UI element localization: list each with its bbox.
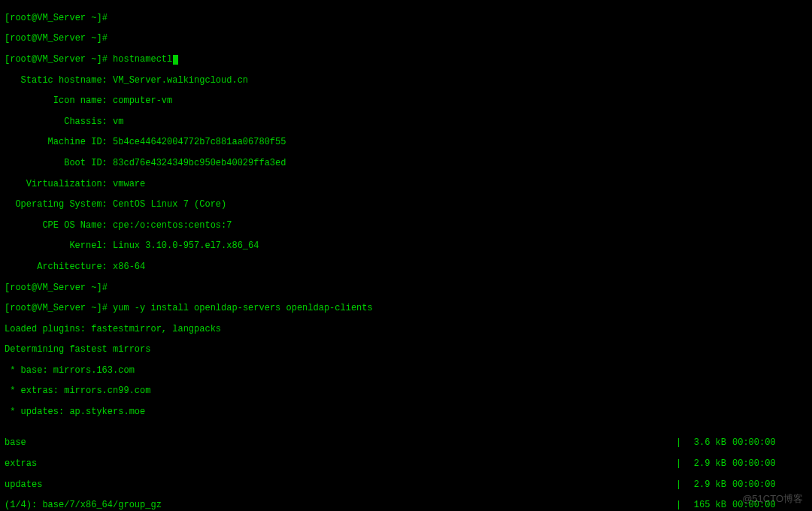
hostnamectl-output: Architecture: x86-64 [5, 262, 807, 273]
download-row: (1/4): base/7/x86_64/group_gz|165 kB00:0… [5, 500, 804, 511]
prompt-line-empty2: [root@VM_Server ~]# [5, 34, 807, 44]
download-row: updates|2.9 kB00:00:00 [5, 480, 804, 491]
hostnamectl-output: Kernel: Linux 3.10.0-957.el7.x86_64 [5, 241, 807, 252]
download-row: extras|2.9 kB00:00:00 [5, 459, 804, 470]
prompt-line-hostnamectl: [root@VM_Server ~]# hostnamectl [5, 55, 807, 65]
hostnamectl-output: Chassis: vm [5, 117, 807, 128]
yum-output: * updates: ap.stykers.moe [5, 407, 807, 418]
hostnamectl-output: Machine ID: 5b4ce44642004772b7c881aa0678… [5, 138, 807, 148]
hostnamectl-output: Operating System: CentOS Linux 7 (Core) [5, 200, 807, 210]
yum-output: * base: mirrors.163.com [5, 366, 807, 376]
hostnamectl-output: Boot ID: 83cd76e4324349bc950eb40029ffa3e… [5, 159, 807, 169]
prompt-line-empty: [root@VM_Server ~]# [5, 14, 807, 24]
hostnamectl-output: Icon name: computer-vm [5, 96, 807, 107]
hostnamectl-output: Virtualization: vmware [5, 180, 807, 190]
prompt-line-yum: [root@VM_Server ~]# yum -y install openl… [5, 304, 807, 314]
yum-output: Determining fastest mirrors [5, 345, 807, 355]
hostnamectl-output: CPE OS Name: cpe:/o:centos:centos:7 [5, 221, 807, 231]
prompt-line-empty3: [root@VM_Server ~]# [5, 283, 807, 294]
terminal[interactable]: [root@VM_Server ~]# [root@VM_Server ~]# … [0, 0, 812, 511]
hostnamectl-output: Static hostname: VM_Server.walkingcloud.… [5, 76, 807, 86]
download-row: base|3.6 kB00:00:00 [5, 438, 804, 449]
yum-output: Loaded plugins: fastestmirror, langpacks [5, 325, 807, 335]
yum-output: * extras: mirrors.cn99.com [5, 386, 807, 397]
cursor-icon [173, 55, 178, 65]
